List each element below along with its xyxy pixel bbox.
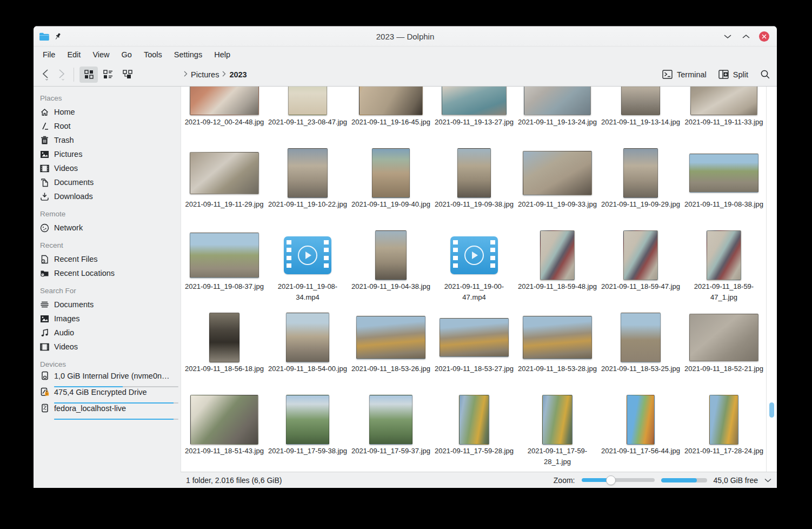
- breadcrumb-2023[interactable]: 2023: [229, 70, 247, 79]
- sidebar-item-network[interactable]: Network: [39, 221, 181, 235]
- sidebar-item-recent-files[interactable]: Recent Files: [39, 252, 181, 266]
- image-file[interactable]: 2021-09-11_18-59-48.jpg: [516, 229, 599, 312]
- image-file[interactable]: 2021-09-11_19-10-22.jpg: [266, 147, 349, 229]
- file-thumbnail[interactable]: [432, 87, 516, 117]
- image-file[interactable]: 2021-09-11_18-59-47_1.jpg: [682, 229, 766, 312]
- compact-view-button[interactable]: [99, 67, 117, 83]
- maximize-button[interactable]: [741, 31, 751, 42]
- image-file[interactable]: 2021-09-11_18-53-26.jpg: [349, 312, 432, 394]
- split-button[interactable]: Split: [718, 70, 748, 79]
- file-thumbnail[interactable]: [599, 87, 682, 117]
- pin-icon[interactable]: [54, 32, 62, 41]
- image-file[interactable]: 2021-09-11_19-13-24.jpg: [516, 87, 599, 147]
- file-thumbnail[interactable]: [183, 87, 266, 117]
- image-file[interactable]: 2021-09-11_18-56-18.jpg: [183, 312, 266, 394]
- sidebar-item-root[interactable]: Root: [39, 119, 181, 133]
- image-file[interactable]: 2021-09-11_19-11-29.jpg: [183, 147, 266, 229]
- sidebar-item-downloads[interactable]: Downloads: [39, 189, 181, 203]
- sidebar-item-videos[interactable]: Videos: [39, 161, 181, 175]
- file-thumbnail[interactable]: [432, 394, 516, 446]
- vertical-scrollbar[interactable]: [766, 87, 777, 472]
- file-thumbnail[interactable]: [599, 312, 682, 363]
- sidebar-item-documents[interactable]: Documents: [39, 297, 181, 312]
- image-file[interactable]: 2021-09-11_19-13-27.jpg: [432, 87, 516, 147]
- image-file[interactable]: 2021-09-11_19-08-37.jpg: [183, 229, 266, 312]
- video-file[interactable]: 2021-09-11_19-00-47.mp4: [432, 229, 516, 312]
- menu-go[interactable]: Go: [116, 48, 138, 61]
- image-file[interactable]: 2021-09-11_19-09-38.jpg: [432, 147, 516, 229]
- file-thumbnail[interactable]: [599, 147, 682, 199]
- image-file[interactable]: 2021-09-11_19-09-40.jpg: [349, 147, 432, 229]
- sidebar-item-recent-locations[interactable]: Recent Locations: [39, 266, 181, 280]
- file-thumbnail[interactable]: [682, 229, 766, 281]
- breadcrumb-pictures[interactable]: Pictures: [191, 70, 219, 79]
- image-file[interactable]: 2021-09-11_19-09-29.jpg: [599, 147, 682, 229]
- sidebar-item-videos[interactable]: Videos: [39, 340, 181, 354]
- menu-edit[interactable]: Edit: [61, 48, 86, 61]
- file-thumbnail[interactable]: [349, 229, 432, 281]
- image-file[interactable]: 2021-09-11_18-53-25.jpg: [599, 312, 682, 394]
- file-thumbnail[interactable]: [266, 87, 349, 117]
- file-thumbnail[interactable]: [183, 394, 266, 446]
- image-file[interactable]: 2021-09-11_18-53-27.jpg: [432, 312, 516, 394]
- file-thumbnail[interactable]: [349, 312, 432, 363]
- terminal-button[interactable]: Terminal: [662, 70, 707, 79]
- image-file[interactable]: 2021-09-12_00-24-48.jpg: [183, 87, 266, 147]
- image-file[interactable]: 2021-09-11_19-04-38.jpg: [349, 229, 432, 312]
- sidebar-item-documents[interactable]: Documents: [39, 175, 181, 189]
- file-thumbnail[interactable]: [682, 147, 766, 199]
- image-file[interactable]: 2021-09-11_18-59-47.jpg: [599, 229, 682, 312]
- sidebar-item-fedora-localhost-live[interactable]: fedora_localhost-live: [39, 404, 181, 420]
- image-file[interactable]: 2021-09-11_19-16-45.jpg: [349, 87, 432, 147]
- image-file[interactable]: 2021-09-11_19-13-14.jpg: [599, 87, 682, 147]
- forward-button[interactable]: [55, 67, 67, 83]
- image-file[interactable]: 2021-09-11_18-51-43.jpg: [183, 394, 266, 472]
- file-thumbnail[interactable]: [432, 147, 516, 199]
- file-thumbnail[interactable]: [516, 87, 599, 117]
- image-file[interactable]: 2021-09-11_19-08-38.jpg: [682, 147, 766, 229]
- file-thumbnail[interactable]: [266, 394, 349, 446]
- video-file[interactable]: 2021-09-11_19-08-34.mp4: [266, 229, 349, 312]
- image-file[interactable]: 2021-09-11_18-53-28.jpg: [516, 312, 599, 394]
- file-thumbnail[interactable]: [266, 229, 349, 281]
- minimize-button[interactable]: [722, 31, 733, 42]
- menu-view[interactable]: View: [86, 48, 115, 61]
- zoom-slider[interactable]: [582, 475, 655, 485]
- file-thumbnail[interactable]: [266, 147, 349, 199]
- sidebar-item-pictures[interactable]: Pictures: [39, 147, 181, 161]
- menu-file[interactable]: File: [37, 48, 61, 61]
- menu-tools[interactable]: Tools: [138, 48, 168, 61]
- file-thumbnail[interactable]: [183, 312, 266, 363]
- icons-view-button[interactable]: [79, 67, 98, 83]
- image-file[interactable]: 2021-09-11_17-59-28_1.jpg: [516, 394, 599, 472]
- close-button[interactable]: [759, 31, 769, 42]
- sidebar-item-audio[interactable]: Audio: [39, 326, 181, 340]
- file-thumbnail[interactable]: [432, 229, 516, 281]
- file-thumbnail[interactable]: [516, 394, 599, 446]
- sidebar-item-475-4-gib-encrypted-drive[interactable]: 475,4 GiB Encrypted Drive: [39, 387, 181, 404]
- file-thumbnail[interactable]: [266, 312, 349, 363]
- file-thumbnail[interactable]: [516, 147, 599, 199]
- search-icon[interactable]: [760, 69, 770, 80]
- file-thumbnail[interactable]: [183, 147, 266, 199]
- scrollbar-thumb[interactable]: [769, 402, 774, 418]
- sidebar-item-images[interactable]: Images: [39, 312, 181, 326]
- sidebar-item-home[interactable]: Home: [39, 105, 181, 119]
- image-file[interactable]: 2021-09-11_17-59-28.jpg: [432, 394, 516, 472]
- file-thumbnail[interactable]: [432, 312, 516, 363]
- file-thumbnail[interactable]: [599, 229, 682, 281]
- sidebar-item-trash[interactable]: Trash: [39, 133, 181, 147]
- image-file[interactable]: 2021-09-11_19-11-33.jpg: [682, 87, 766, 147]
- file-thumbnail[interactable]: [516, 229, 599, 281]
- zoom-slider-handle[interactable]: [606, 475, 616, 485]
- menu-help[interactable]: Help: [208, 48, 236, 61]
- file-thumbnail[interactable]: [349, 394, 432, 446]
- image-file[interactable]: 2021-09-11_18-52-21.jpg: [682, 312, 766, 394]
- file-thumbnail[interactable]: [183, 229, 266, 281]
- file-thumbnail[interactable]: [516, 312, 599, 363]
- chevron-down-icon[interactable]: [764, 478, 771, 482]
- image-file[interactable]: 2021-09-11_18-54-00.jpg: [266, 312, 349, 394]
- file-thumbnail[interactable]: [682, 87, 766, 117]
- file-view[interactable]: 2021-09-12_00-24-48.jpg2021-09-11_23-08-…: [181, 87, 766, 472]
- image-file[interactable]: 2021-09-11_23-08-47.jpg: [266, 87, 349, 147]
